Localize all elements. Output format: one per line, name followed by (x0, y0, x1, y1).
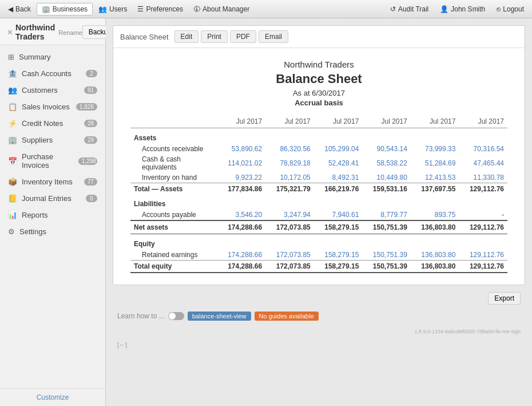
sidebar-icon-customers: 👥 (8, 86, 17, 94)
sidebar-item-sales-invoices[interactable]: 📋 Sales Invoices 1,826 (0, 98, 105, 115)
bs-row-value[interactable]: 70,316.54 (459, 144, 507, 154)
bs-row-value[interactable]: 47,465.44 (459, 154, 507, 172)
about-button[interactable]: 🛈 About Manager (189, 3, 254, 15)
bs-row-value[interactable]: 7,940.61 (314, 210, 363, 220)
sidebar-icon-credit-notes: ⚡ (8, 119, 17, 128)
bs-basis: Accrual basis (130, 98, 507, 107)
sidebar-icon-reports: 📊 (8, 211, 17, 219)
bs-row-value[interactable]: 9,923.22 (217, 172, 266, 183)
sidebar-item-credit-notes[interactable]: ⚡ Credit Notes 28 (0, 115, 105, 132)
badge-journal-entries: 0 (86, 195, 97, 202)
export-button[interactable]: Export (488, 292, 521, 305)
bs-row-label: Retained earnings (130, 250, 217, 261)
badge-cash-accounts: 2 (86, 70, 97, 77)
sidebar-item-inventory-items[interactable]: 📦 Inventory Items 77 (0, 174, 105, 190)
sidebar-icon-purchase-invoices: 📅 (8, 157, 17, 165)
email-button[interactable]: Email (259, 30, 288, 43)
learn-toggle[interactable] (168, 312, 184, 320)
back-button[interactable]: ◀ Back (3, 3, 35, 15)
sidebar-item-customers[interactable]: 👥 Customers 91 (0, 82, 105, 98)
bs-row-value: 150,751.39 (362, 261, 411, 273)
sidebar-icon-sales-invoices: 📋 (8, 103, 17, 111)
bs-row-value[interactable]: 3,247.94 (265, 210, 314, 220)
sidebar-item-summary[interactable]: ⊞ Summary (0, 49, 105, 65)
bs-row-value[interactable]: 10,449.80 (362, 172, 411, 183)
sidebar-icon-journal-entries: 📒 (8, 194, 17, 203)
bs-row-value: 166,219.76 (314, 183, 363, 195)
bs-row-value[interactable]: 893.75 (411, 210, 459, 220)
bs-row-value[interactable]: 78,829.18 (265, 154, 314, 172)
sidebar-item-purchase-invoices[interactable]: 📅 Purchase Invoices 1,298 (0, 148, 105, 174)
topnav-right: ↺ Audit Trail 👤 John Smith ⎋ Logout (386, 3, 529, 15)
bs-row-value: - (459, 210, 507, 220)
audit-trail-button[interactable]: ↺ Audit Trail (386, 3, 433, 15)
pdf-button[interactable]: PDF (230, 30, 256, 43)
bs-row-value[interactable]: 129,112.76 (459, 250, 507, 261)
section-header: Assets (130, 128, 507, 144)
businesses-label: Businesses (53, 5, 88, 13)
section-header: Equity (130, 234, 507, 250)
bs-row-value[interactable]: 11,330.78 (459, 172, 507, 183)
businesses-button[interactable]: 🏢 Businesses (37, 3, 93, 15)
logout-button[interactable]: ⎋ Logout (492, 3, 529, 15)
bs-row-value[interactable]: 8,492.31 (314, 172, 363, 183)
bs-row-value[interactable]: 10,172.05 (265, 172, 314, 183)
sidebar-label-inventory-items: Inventory Items (22, 178, 73, 186)
bs-row-value[interactable]: 114,021.02 (217, 154, 266, 172)
bs-row-value[interactable]: 136,803.80 (411, 250, 459, 261)
sidebar-icon-settings: ⚙ (8, 227, 15, 236)
user-icon: 👤 (440, 5, 448, 13)
sidebar-menu: ⊞ Summary 🏦 Cash Accounts 2 👥 Customers … (0, 45, 105, 388)
bs-row-value[interactable]: 73,999.33 (411, 144, 459, 154)
sidebar-item-journal-entries[interactable]: 📒 Journal Entries 0 (0, 190, 105, 207)
bs-row-value[interactable]: 12,413.53 (411, 172, 459, 183)
logout-label: Logout (503, 5, 524, 13)
bs-row-value[interactable]: 52,428.41 (314, 154, 363, 172)
sidebar-item-settings[interactable]: ⚙ Settings (0, 223, 105, 240)
back-icon: ◀ (8, 5, 13, 13)
bs-row-value[interactable]: 150,751.39 (362, 250, 411, 261)
bs-row-value[interactable]: 53,890.62 (217, 144, 266, 154)
bs-row-value[interactable]: 8,779.77 (362, 210, 411, 220)
sidebar-label-purchase-invoices: Purchase Invoices (22, 152, 74, 170)
bottom-icon: [←] (113, 340, 525, 349)
audit-label: Audit Trail (398, 5, 428, 13)
bs-row-value[interactable]: 3,546.20 (217, 210, 266, 220)
user-button[interactable]: 👤 John Smith (435, 3, 490, 15)
badge-sales-invoices: 1,826 (76, 103, 97, 111)
bs-row-label: Net assets (130, 220, 217, 234)
preferences-label: Preferences (146, 5, 183, 13)
bs-row-value[interactable]: 172,073.85 (265, 250, 314, 261)
users-icon: 👥 (98, 5, 107, 13)
bs-row-value: 129,112.76 (459, 183, 507, 195)
col-header-2: Jul 2017 (265, 116, 314, 128)
bs-row-value: 150,751.39 (362, 220, 411, 234)
bs-row-value[interactable]: 86,320.56 (265, 144, 314, 154)
bs-row-value[interactable]: 105,299.04 (314, 144, 363, 154)
close-company-button[interactable]: ✕ (7, 28, 13, 37)
bs-row-value[interactable]: 90,543.14 (362, 144, 411, 154)
content-area: Balance Sheet Edit Print PDF Email North… (106, 18, 532, 406)
sidebar-label-journal-entries: Journal Entries (22, 194, 72, 203)
bs-row-value[interactable]: 58,538.22 (362, 154, 411, 172)
preferences-button[interactable]: ☰ Preferences (133, 3, 188, 15)
bs-row-value: 129,112.76 (459, 261, 507, 273)
about-icon: 🛈 (193, 5, 200, 13)
sidebar-item-reports[interactable]: 📊 Reports (0, 207, 105, 223)
bs-row-value[interactable]: 174,288.66 (217, 250, 266, 261)
sidebar-icon-cash-accounts: 🏦 (8, 69, 17, 78)
edit-button[interactable]: Edit (174, 30, 199, 43)
bs-row-value[interactable]: 51,284.69 (411, 154, 459, 172)
bs-row-value[interactable]: 158,279.15 (314, 250, 363, 261)
bs-row-value: 137,697.55 (411, 183, 459, 195)
sidebar-item-suppliers[interactable]: 🏢 Suppliers 29 (0, 132, 105, 148)
bs-row-value: 174,288.66 (217, 261, 266, 273)
users-button[interactable]: 👥 Users (94, 3, 132, 15)
sidebar-item-cash-accounts[interactable]: 🏦 Cash Accounts 2 (0, 65, 105, 82)
main-layout: ✕ Northwind Traders Rename Backup ⊞ Summ… (0, 18, 532, 406)
rename-link[interactable]: Rename (58, 29, 82, 36)
print-button[interactable]: Print (201, 30, 228, 43)
badge-credit-notes: 28 (84, 120, 97, 127)
customize-link[interactable]: Customize (0, 388, 105, 406)
col-header-1: Jul 2017 (217, 116, 266, 128)
